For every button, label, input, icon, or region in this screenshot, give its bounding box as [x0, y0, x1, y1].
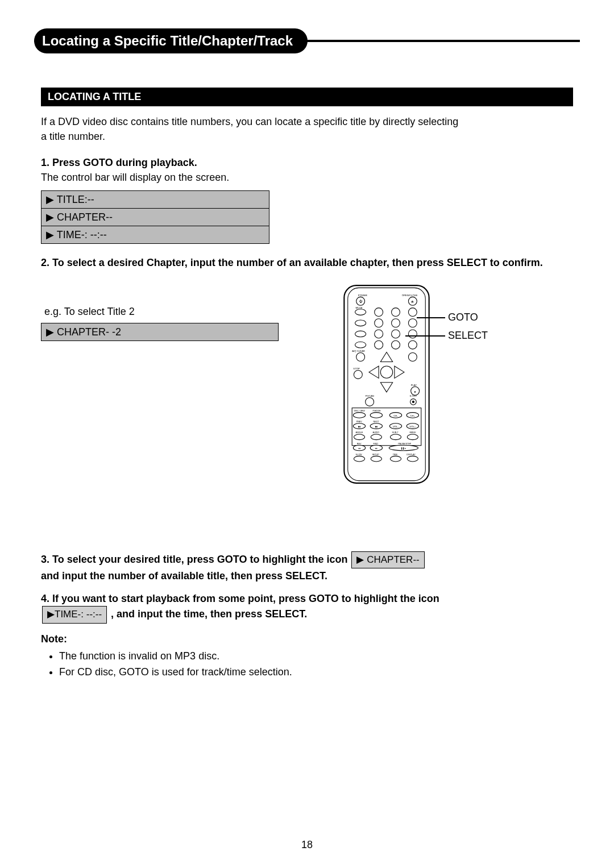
svg-text:SLOW: SLOW: [356, 454, 362, 456]
svg-point-91: [390, 456, 401, 462]
intro-line-1: If a DVD video disc contains title numbe…: [41, 116, 458, 127]
svg-point-75: [407, 434, 418, 440]
display-row-time: ▶ TIME-: --:--: [42, 226, 269, 244]
svg-text:▸: ▸: [414, 389, 416, 393]
svg-text:SUB-T: SUB-T: [392, 431, 399, 434]
svg-text:TV: TV: [358, 317, 361, 320]
svg-point-72: [354, 434, 364, 440]
svg-point-25: [408, 340, 417, 349]
svg-text:FWD: FWD: [374, 443, 379, 445]
svg-text:P.SCAN: P.SCAN: [366, 394, 374, 397]
display-row-title: ▶ TITLE:--: [42, 191, 269, 209]
svg-point-18: [375, 330, 383, 338]
svg-text:NEXT: NEXT: [374, 421, 380, 423]
callout-goto-label: GOTO: [448, 312, 478, 323]
svg-point-52: [353, 413, 365, 418]
svg-text:∧: ∧: [385, 355, 389, 361]
svg-text:OPEN/CLOSE: OPEN/CLOSE: [402, 294, 418, 297]
svg-text:CH-: CH-: [393, 414, 398, 417]
svg-text:VOL+: VOL+: [409, 425, 416, 428]
callout-select-label: SELECT: [448, 330, 488, 342]
step-3a: 3. To select your desired title, press G…: [41, 554, 347, 565]
step-1-title: 1. Press GOTO during playback: [41, 157, 194, 168]
svg-point-27: [356, 353, 365, 362]
example-display-row: ▶ CHAPTER- -2: [41, 323, 279, 341]
note-heading: Note:: [41, 632, 573, 646]
svg-point-23: [375, 340, 383, 349]
step-4b: , and input the time, then press SELECT: [111, 608, 304, 620]
svg-text:❚❚ ▸: ❚❚ ▸: [401, 447, 406, 450]
svg-text:USB: USB: [357, 328, 362, 331]
svg-point-89: [354, 456, 364, 462]
svg-text:▸▸: ▸▸: [375, 447, 377, 450]
page-title: Locating a Specific Title/Chapter/Track: [34, 28, 308, 53]
svg-point-48: [412, 401, 414, 403]
svg-text:AUDIO: AUDIO: [372, 431, 379, 434]
svg-point-12: [355, 320, 366, 326]
step-2: 2. To select a desired Chapter, input th…: [41, 255, 573, 270]
note-item-1: The function is invalid on MP3 disc.: [59, 649, 573, 665]
step-4a: 4. If you want to start playback from so…: [41, 593, 439, 604]
svg-text:ANGLE: ANGLE: [356, 431, 363, 434]
svg-text:POWER: POWER: [358, 294, 367, 297]
section-heading: LOCATING A TITLE: [41, 88, 573, 106]
svg-text:◂◂: ◂◂: [358, 447, 360, 450]
svg-point-90: [371, 456, 381, 462]
svg-point-28: [408, 353, 417, 362]
svg-point-24: [392, 340, 400, 349]
svg-text:SELECT: SELECT: [383, 372, 391, 374]
svg-text:STOP: STOP: [353, 367, 360, 370]
svg-text:DISPLAY: DISPLAY: [406, 454, 416, 456]
svg-text:PREV: PREV: [356, 421, 363, 423]
step-1: 1. Press GOTO during playback. The contr…: [41, 155, 573, 185]
control-bar-display: ▶ TITLE:-- ▶ CHAPTER-- ▶ TIME-: --:--: [41, 190, 269, 244]
svg-point-19: [392, 330, 400, 338]
note-item-2: For CD disc, GOTO is used for track/time…: [59, 665, 573, 680]
svg-text:S.OFF: S.OFF: [410, 394, 417, 397]
step-4: 4. If you want to start playback from so…: [41, 591, 573, 624]
svg-point-45: [366, 397, 374, 406]
svg-point-40: [354, 370, 362, 379]
svg-text:VOL-: VOL-: [393, 425, 399, 428]
intro-text: If a DVD video disc contains title numbe…: [41, 114, 573, 144]
svg-text:⏏: ⏏: [411, 300, 414, 303]
intro-line-2: a title number.: [41, 131, 105, 142]
callout-line-select: [405, 335, 445, 337]
svg-point-92: [407, 456, 418, 462]
callout-line-goto: [417, 317, 445, 318]
svg-text:A/Q CLEAR: A/Q CLEAR: [352, 350, 365, 352]
svg-text:PLAY: PLAY: [411, 384, 417, 387]
display-row-chapter: ▶ CHAPTER--: [42, 209, 269, 226]
svg-text:REV: REV: [357, 443, 362, 445]
svg-text:INPUT: INPUT: [356, 339, 363, 342]
svg-point-13: [375, 319, 383, 327]
svg-text:>: >: [396, 369, 399, 375]
svg-text:TBM: TBM: [393, 454, 397, 456]
inline-box-time: ▶TIME-: --:--: [42, 606, 107, 624]
svg-point-15: [408, 319, 417, 327]
svg-text:MUTE: MUTE: [356, 306, 363, 309]
svg-point-73: [371, 434, 381, 440]
svg-text:∨: ∨: [385, 384, 389, 389]
page-header: Locating a Specific Title/Chapter/Track: [34, 28, 580, 53]
remote-icon: POWER ⏻ OPEN/CLOSE ⏏ MUTE TV USB INPUT A…: [341, 284, 432, 484]
note-list: The function is invalid on MP3 disc. For…: [41, 649, 573, 680]
svg-text:CH+: CH+: [410, 414, 416, 417]
remote-diagram: POWER ⏻ OPEN/CLOSE ⏏ MUTE TV USB INPUT A…: [341, 284, 546, 487]
svg-point-10: [408, 308, 417, 317]
svg-text:⏭: ⏭: [375, 425, 377, 428]
step-3b: and input the number of available title,…: [41, 570, 325, 582]
svg-text:MENU: MENU: [410, 431, 416, 434]
step-3: 3. To select your desired title, press G…: [41, 551, 573, 584]
svg-text:P.MODE: P.MODE: [372, 410, 381, 412]
svg-point-74: [390, 434, 401, 440]
svg-point-9: [392, 308, 400, 317]
svg-point-20: [408, 330, 417, 338]
inline-box-chapter: ▶ CHAPTER--: [351, 551, 424, 569]
step-1-desc: The control bar will display on the scre…: [41, 172, 229, 183]
svg-text:SETUP: SETUP: [372, 454, 379, 456]
lower-content: 3. To select your desired title, press G…: [41, 551, 573, 680]
svg-point-17: [355, 331, 366, 337]
svg-point-7: [355, 309, 366, 315]
svg-point-53: [370, 413, 382, 418]
